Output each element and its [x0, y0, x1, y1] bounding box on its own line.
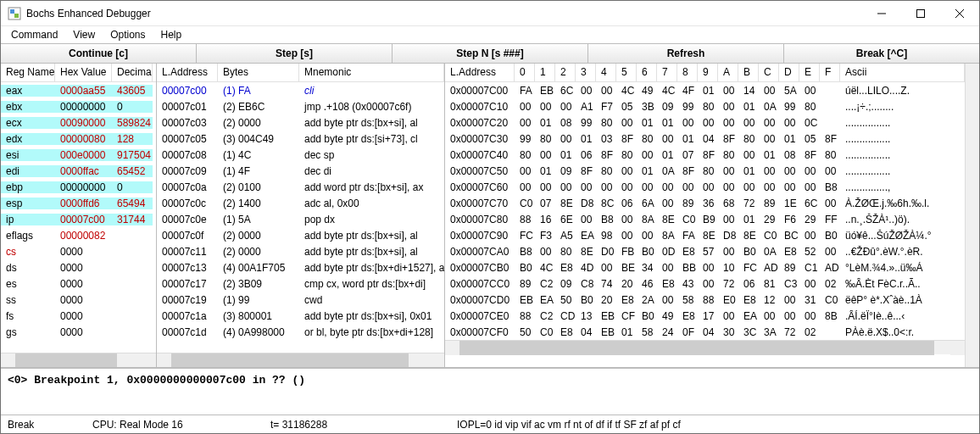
- dis-row[interactable]: 00007c1d(4) 0A998000or bl, byte ptr ds:[…: [157, 324, 444, 340]
- reg-row[interactable]: ds0000: [1, 259, 156, 275]
- mem-row[interactable]: 0x00007C500001098F8000010A8F800001000000…: [445, 163, 965, 179]
- reg-hdr-name[interactable]: Reg Name: [1, 64, 55, 81]
- mem-hdr-cell[interactable]: 6: [637, 64, 657, 81]
- reg-row[interactable]: ebx000000000: [1, 98, 156, 114]
- svg-rect-4: [917, 9, 925, 17]
- dis-row[interactable]: 00007c17(2) 3B09cmp cx, word ptr ds:[bx+…: [157, 275, 444, 292]
- dis-row[interactable]: 00007c01(2) EB6Cjmp .+108 (0x00007c6f): [157, 98, 444, 114]
- dis-row[interactable]: 00007c0c(2) 1400adc al, 0x00: [157, 195, 444, 211]
- mem-hdr-cell[interactable]: 5: [616, 64, 637, 81]
- maximize-button[interactable]: [901, 1, 940, 26]
- mem-row[interactable]: 0x00007CC089C209C8742046E84300720681C300…: [445, 275, 965, 292]
- toolbar: Continue [c] Step [s] Step N [s ###] Ref…: [1, 43, 979, 64]
- mem-row[interactable]: 0x00007C90FCF3A5EA9800008AFA8ED88EC0BC00…: [445, 227, 965, 243]
- mem-hdr-cell[interactable]: 7: [657, 64, 677, 81]
- reg-hdr-dec[interactable]: Decimal: [112, 64, 153, 81]
- dis-row[interactable]: 00007c0f(2) 0000add byte ptr ds:[bx+si],…: [157, 227, 444, 243]
- mem-hdr-cell[interactable]: Ascii: [840, 64, 965, 81]
- dis-hdr-mnem[interactable]: Mnemonic: [299, 64, 444, 81]
- dis-row[interactable]: 00007c03(2) 0000add byte ptr ds:[bx+si],…: [157, 114, 444, 131]
- close-button[interactable]: [940, 1, 979, 26]
- mem-row[interactable]: 0x00007CB0B04CE84D00BE3400BB0010FCAD89C1…: [445, 259, 965, 275]
- mem-hscroll[interactable]: [445, 340, 965, 354]
- reg-row[interactable]: ebp000000000: [1, 179, 156, 195]
- menu-command[interactable]: Command: [4, 27, 64, 42]
- dis-row[interactable]: 00007c08(1) 4Cdec sp: [157, 147, 444, 163]
- reg-row[interactable]: ecx00090000589824: [1, 114, 156, 131]
- dis-row[interactable]: 00007c0a(2) 0100add word ptr ds:[bx+si],…: [157, 179, 444, 195]
- mem-hdr-cell[interactable]: E: [799, 64, 820, 81]
- break-button[interactable]: Break [^C]: [784, 44, 979, 63]
- mem-vscroll[interactable]: [965, 64, 979, 367]
- app-icon: [8, 7, 21, 20]
- mem-hdr-cell[interactable]: B: [738, 64, 759, 81]
- mem-row[interactable]: 0x00007CA0B800808ED0FBB00DE85700B00AE852…: [445, 243, 965, 259]
- reg-row[interactable]: gs0000: [1, 324, 156, 340]
- mem-row[interactable]: 0x00007C70C0078ED88C066A0089366872891E6C…: [445, 195, 965, 211]
- dis-row[interactable]: 00007c00(1) FAcli: [157, 82, 444, 98]
- mem-row[interactable]: 0x00007CD0EBEA50B020E82A005888E0E8120031…: [445, 292, 965, 308]
- reg-row[interactable]: cs0000: [1, 243, 156, 259]
- dis-hdr-addr[interactable]: L.Address: [157, 64, 218, 81]
- mem-hdr-cell[interactable]: 8: [677, 64, 698, 81]
- mem-row[interactable]: 0x00007CF050C0E804EB0158240F04303C3A7202…: [445, 324, 965, 340]
- reg-row[interactable]: edi0000ffac65452: [1, 163, 156, 179]
- reg-row[interactable]: eax0000aa5543605: [1, 82, 156, 98]
- dis-hscroll[interactable]: [157, 353, 444, 367]
- status-state: Break: [8, 419, 58, 431]
- titlebar: Bochs Enhanced Debugger: [1, 1, 979, 26]
- mem-hdr-cell[interactable]: 3: [576, 64, 596, 81]
- dis-row[interactable]: 00007c11(2) 0000add byte ptr ds:[bx+si],…: [157, 243, 444, 259]
- dis-row[interactable]: 00007c19(1) 99cwd: [157, 292, 444, 308]
- dis-row[interactable]: 00007c05(3) 004C49add byte ptr ds:[si+73…: [157, 131, 444, 147]
- mem-hdr-cell[interactable]: 2: [555, 64, 576, 81]
- reg-row[interactable]: ip00007c0031744: [1, 211, 156, 227]
- svg-rect-1: [10, 9, 14, 14]
- mem-hdr-cell[interactable]: C: [759, 64, 779, 81]
- disassembly-pane: L.Address Bytes Mnemonic 00007c00(1) FAc…: [157, 64, 445, 367]
- reg-row[interactable]: es0000: [1, 275, 156, 292]
- mem-row[interactable]: 0x00007C2000010899800001010000000000000C…: [445, 114, 965, 131]
- statusbar: Break CPU: Real Mode 16 t= 31186288 IOPL…: [1, 415, 979, 433]
- mem-hdr-cell[interactable]: 0: [515, 64, 535, 81]
- mem-row[interactable]: 0x00007CE088C2CD13EBCFB049E81700EA000000…: [445, 308, 965, 324]
- menu-options[interactable]: Options: [103, 27, 152, 42]
- reg-hdr-hex[interactable]: Hex Value: [55, 64, 112, 81]
- mem-row[interactable]: 0x00007C60000000000000000000000000000000…: [445, 179, 965, 195]
- step-n-button[interactable]: Step N [s ###]: [393, 44, 588, 63]
- reg-row[interactable]: ss0000: [1, 292, 156, 308]
- reg-row[interactable]: edx00000080128: [1, 131, 156, 147]
- mem-row[interactable]: 0x00007C00FAEB6C00004C494C4F010014005A00…: [445, 82, 965, 98]
- reg-row[interactable]: eflags00000082: [1, 227, 156, 243]
- mem-hdr-cell[interactable]: 4: [596, 64, 616, 81]
- mem-hdr-cell[interactable]: D: [779, 64, 799, 81]
- dis-row[interactable]: 00007c0e(1) 5Apop dx: [157, 211, 444, 227]
- reg-row[interactable]: esi000e0000917504: [1, 147, 156, 163]
- mem-row[interactable]: 0x00007C8088166E00B8008A8EC0B9000129F629…: [445, 211, 965, 227]
- mem-row[interactable]: 0x00007C40800001068F800001078F800001088F…: [445, 147, 965, 163]
- menu-view[interactable]: View: [66, 27, 102, 42]
- registers-pane: Reg Name Hex Value Decimal eax0000aa5543…: [1, 64, 157, 367]
- menu-help[interactable]: Help: [154, 27, 189, 42]
- reg-row[interactable]: esp0000ffd665494: [1, 195, 156, 211]
- dis-row[interactable]: 00007c09(1) 4Fdec di: [157, 163, 444, 179]
- status-flags: IOPL=0 id vip vif ac vm rf nt of df if t…: [457, 419, 681, 431]
- console-output[interactable]: <0> Breakpoint 1, 0x0000000000007c00 in …: [1, 368, 979, 415]
- mem-row[interactable]: 0x00007C3099800001038F800001048F80000105…: [445, 131, 965, 147]
- reg-hscroll[interactable]: [1, 353, 156, 367]
- dis-row[interactable]: 00007c13(4) 00A1F705add byte ptr ds:[bx+…: [157, 259, 444, 275]
- mem-row[interactable]: 0x00007C10000000A1F7053B09998000010A9980…: [445, 98, 965, 114]
- dis-hdr-bytes[interactable]: Bytes: [218, 64, 299, 81]
- mem-hdr-cell[interactable]: 9: [698, 64, 718, 81]
- mem-hdr-cell[interactable]: F: [820, 64, 840, 81]
- mem-hdr-cell[interactable]: L.Address: [445, 64, 515, 81]
- menubar: Command View Options Help: [1, 26, 979, 43]
- step-button[interactable]: Step [s]: [197, 44, 393, 63]
- mem-hdr-cell[interactable]: 1: [535, 64, 555, 81]
- reg-row[interactable]: fs0000: [1, 308, 156, 324]
- mem-hdr-cell[interactable]: A: [718, 64, 738, 81]
- refresh-button[interactable]: Refresh: [588, 44, 784, 63]
- minimize-button[interactable]: [862, 1, 901, 26]
- continue-button[interactable]: Continue [c]: [1, 44, 197, 63]
- dis-row[interactable]: 00007c1a(3) 800001add byte ptr ds:[bx+si…: [157, 308, 444, 324]
